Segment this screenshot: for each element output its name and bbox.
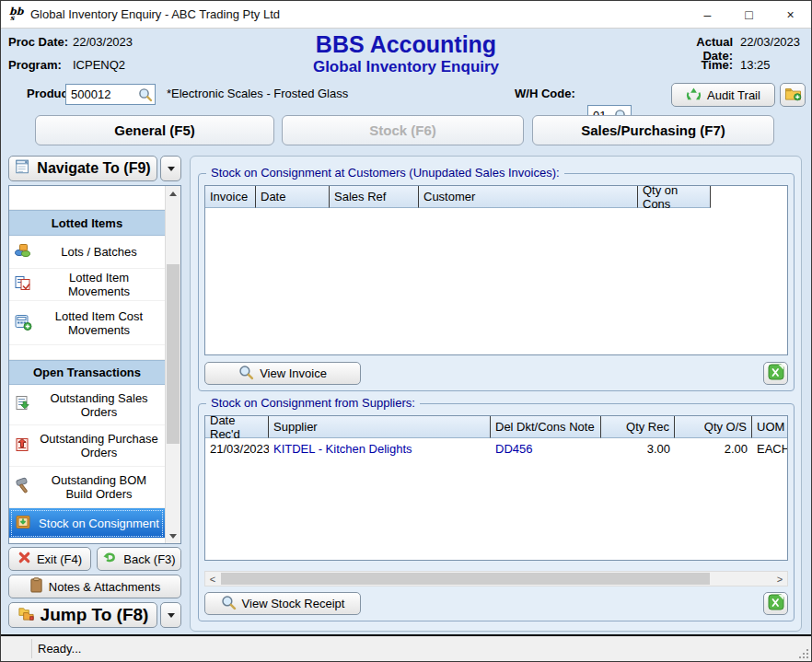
title-bar: bbs Global Inventory Enquiry - ABC Tradi…: [1, 1, 811, 29]
magnifier-icon: [238, 365, 254, 383]
exit-x-icon: [17, 551, 31, 567]
time-value: 13:25: [740, 58, 771, 72]
resize-grip[interactable]: [799, 649, 808, 658]
export-excel-button[interactable]: [763, 592, 788, 615]
view-invoice-button[interactable]: View Invoice: [204, 362, 361, 385]
column-header[interactable]: Qty on Cons: [638, 186, 711, 208]
audit-trail-label: Audit Trail: [707, 88, 760, 102]
lotted-item-cost-movements-icon: [14, 312, 32, 333]
customers-groupbox-title: Stock on Consignment at Customers (Unupd…: [206, 166, 564, 180]
product-field[interactable]: [65, 84, 156, 105]
sidebar-item-outstanding-bom-build-orders[interactable]: Outstanding BOM Build Orders: [9, 467, 165, 508]
column-header[interactable]: Sales Ref: [330, 186, 419, 208]
tab-stock: Stock (F6): [282, 115, 524, 145]
customers-table-header: Invoice Date Sales Ref Customer Qty on C…: [205, 186, 787, 208]
maximize-button[interactable]: □: [728, 1, 770, 29]
app-window: bbs Global Inventory Enquiry - ABC Tradi…: [0, 0, 812, 662]
sidebar-item-outstanding-sales-orders[interactable]: Outstanding Sales Orders: [9, 385, 165, 425]
scroll-right-icon[interactable]: >: [772, 572, 787, 586]
close-button[interactable]: ×: [770, 1, 811, 29]
wh-code-label: W/H Code:: [515, 87, 575, 100]
header-band: Proc Date: 22/03/2023 Program: ICPENQ2 B…: [1, 29, 811, 113]
customers-table[interactable]: Invoice Date Sales Ref Customer Qty on C…: [204, 185, 788, 355]
scroll-down-icon[interactable]: [166, 528, 180, 543]
excel-icon: [768, 364, 784, 383]
suppliers-hscrollbar[interactable]: < >: [204, 571, 788, 587]
proc-date-label: Proc Date:: [8, 35, 68, 49]
folder-add-icon: [784, 86, 802, 104]
column-header[interactable]: Date Rec'd: [205, 416, 269, 438]
status-bar: Ready...: [1, 634, 811, 661]
list-item-blank: [9, 345, 165, 360]
export-excel-button[interactable]: [763, 362, 788, 385]
svg-text:s: s: [10, 13, 15, 21]
view-invoice-label: View Invoice: [260, 366, 327, 380]
audit-trail-button[interactable]: Audit Trail: [671, 83, 775, 107]
sidebar-item-lotted-item-movements[interactable]: Lotted Item Movements: [9, 269, 165, 301]
cell-del-dkt: DD456: [491, 442, 601, 456]
navigation-list: Lotted Items Lots / Batches Lotted Item …: [8, 185, 181, 544]
navigate-dropdown-button[interactable]: [160, 156, 181, 181]
tab-general[interactable]: General (F5): [35, 115, 274, 145]
customers-groupbox: Stock on Consignment at Customers (Unupd…: [198, 173, 795, 391]
column-header[interactable]: Invoice: [205, 186, 256, 208]
back-arrow-icon: [102, 551, 118, 567]
cell-qty-rec: 3.00: [601, 442, 675, 456]
navigate-to-button[interactable]: Navigate To (F9): [8, 156, 157, 181]
column-header[interactable]: Del Dkt/Cons Note: [491, 416, 601, 438]
tab-sales-purchasing[interactable]: Sales/Purchasing (F7): [532, 115, 774, 145]
navigate-form-icon: [15, 158, 31, 179]
cell-date-recd: 21/03/2023: [205, 442, 269, 456]
back-button[interactable]: Back (F3): [97, 547, 181, 571]
outstanding-bom-build-orders-icon: [14, 477, 32, 498]
new-folder-button[interactable]: [780, 83, 806, 107]
outstanding-purchase-orders-icon: [14, 436, 32, 457]
stock-on-consignment-icon: [14, 513, 32, 534]
app-title: BBS Accounting: [259, 31, 553, 58]
view-stock-receipt-button[interactable]: View Stock Receipt: [204, 592, 361, 615]
scroll-thumb[interactable]: [221, 573, 710, 585]
suppliers-table[interactable]: Date Rec'd Supplier Del Dkt/Cons Note Qt…: [204, 415, 788, 561]
jump-folders-icon: [17, 605, 35, 626]
sidebar-item-lotted-item-cost-movements[interactable]: Lotted Item Cost Movements: [9, 301, 165, 345]
program-label: Program:: [8, 58, 62, 72]
sidebar-item-stock-on-consignment[interactable]: Stock on Consignment: [9, 508, 165, 539]
time-label: Time:: [666, 58, 733, 72]
recycle-icon: [686, 86, 702, 104]
scroll-left-icon[interactable]: <: [205, 572, 220, 586]
scroll-thumb[interactable]: [167, 264, 180, 444]
status-divider: [31, 639, 32, 658]
screen-title: Global Inventory Enquiry: [259, 58, 553, 76]
column-header[interactable]: Customer: [419, 186, 638, 208]
scroll-up-icon[interactable]: [166, 186, 180, 201]
chevron-down-icon: [168, 167, 175, 171]
sidebar-item-outstanding-purchase-orders[interactable]: Outstanding Purchase Orders: [9, 425, 165, 467]
cell-qty-os: 2.00: [675, 442, 752, 456]
column-header[interactable]: Supplier: [269, 416, 491, 438]
suppliers-groupbox-title: Stock on Consignment from Suppliers:: [206, 396, 420, 410]
jump-to-button[interactable]: Jump To (F8): [8, 602, 157, 628]
jump-dropdown-button[interactable]: [160, 602, 181, 628]
list-header-open-transactions: Open Transactions: [9, 360, 165, 385]
content-panel: Stock on Consignment at Customers (Unupd…: [190, 156, 802, 632]
column-header[interactable]: Date: [256, 186, 330, 208]
cell-supplier: KITDEL - Kitchen Delights: [269, 442, 491, 456]
program-value: ICPENQ2: [73, 58, 125, 72]
exit-button[interactable]: Exit (F4): [8, 547, 91, 571]
window-title: Global Inventory Enquiry - ABC Trading P…: [30, 7, 280, 21]
minimize-button[interactable]: –: [687, 1, 728, 29]
column-header[interactable]: Qty Rec: [601, 416, 675, 438]
sidebar-scrollbar[interactable]: [165, 186, 180, 543]
product-search-icon[interactable]: [138, 87, 153, 106]
clipboard-icon: [29, 577, 43, 596]
lots-batches-icon: [14, 241, 32, 262]
excel-icon: [768, 594, 784, 613]
table-row[interactable]: 21/03/2023 KITDEL - Kitchen Delights DD4…: [205, 438, 787, 459]
lotted-item-movements-icon: [14, 274, 32, 296]
sidebar-item-lots-batches[interactable]: Lots / Batches: [9, 236, 165, 269]
notes-attachments-button[interactable]: Notes & Attachments: [8, 575, 181, 598]
column-header[interactable]: UOM: [752, 416, 788, 438]
chevron-down-icon: [168, 613, 175, 618]
status-text: Ready...: [38, 642, 81, 656]
column-header[interactable]: Qty O/S: [675, 416, 752, 438]
